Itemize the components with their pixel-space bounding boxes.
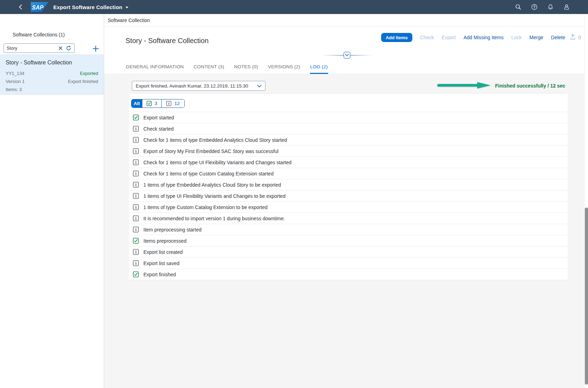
filter-info-button[interactable]: i 12	[161, 99, 184, 108]
tab[interactable]: LOG (2)	[310, 64, 328, 74]
chevron-down-icon	[257, 83, 262, 89]
info-icon: i	[133, 249, 139, 255]
log-row: i 1 items of type UI Flexibility Variant…	[129, 190, 568, 201]
action-button[interactable]: Add Missing Items	[464, 35, 503, 40]
info-icon: i	[133, 148, 139, 154]
collection-items-count: Items: 3	[6, 87, 22, 92]
info-filter-icon: i	[166, 101, 171, 106]
upload-icon	[569, 34, 576, 41]
svg-text:i: i	[135, 160, 137, 165]
svg-text:i: i	[135, 228, 137, 232]
success-icon	[133, 238, 139, 244]
log-row: i Check for 1 items of type UI Flexibili…	[129, 157, 568, 168]
back-icon[interactable]	[18, 4, 24, 10]
log-list: i Export started i Check started	[129, 112, 568, 280]
log-tab-content: Export finished, Avinash Kumar, 23.12.20…	[104, 74, 588, 388]
master-list-title: Software Collections (1)	[13, 32, 65, 37]
collection-id: YY1_134	[6, 71, 25, 76]
log-message: 1 items of type Custom Catalog Extension…	[143, 205, 268, 210]
master-list-panel: Software Collections (1) Story - Softwar…	[0, 14, 104, 388]
log-message: Check for 1 items of type UI Flexibility…	[143, 160, 291, 165]
log-message: Check started	[143, 126, 174, 132]
add-collection-icon[interactable]	[92, 45, 100, 53]
object-page-header: Add Items Check Export Add Missing Items…	[104, 27, 588, 74]
log-message: Check for 1 items of type Custom Catalog…	[143, 171, 273, 176]
log-message: Items preprocessed	[143, 238, 187, 244]
info-icon: i	[133, 260, 139, 266]
log-row: i 1 items of type Embedded Analytics Clo…	[129, 179, 568, 190]
log-row: i Item preprocessing started	[129, 224, 568, 235]
upload-count: 0	[578, 35, 581, 40]
filter-success-button[interactable]: 3	[142, 99, 161, 108]
log-filter-row: All 3 i 12	[129, 93, 568, 112]
log-list-panel: All 3 i 12	[129, 93, 568, 280]
person-icon[interactable]	[563, 4, 570, 10]
page-title: Story - Software Collection	[126, 37, 209, 45]
log-row: i Check started	[129, 123, 568, 134]
tab[interactable]: GENERAL INFORMATION	[126, 64, 184, 74]
info-icon: i	[133, 193, 139, 199]
info-icon: i	[133, 227, 139, 233]
log-result-text: Finished successfully / 12 sec	[495, 83, 565, 89]
svg-text:i: i	[135, 250, 137, 255]
clear-search-icon[interactable]	[58, 46, 63, 51]
tab-bar: GENERAL INFORMATION CONTENT (3) NOTES (0…	[126, 64, 328, 74]
log-row: i Items preprocessed	[129, 235, 568, 246]
vertical-scrollbar	[584, 14, 588, 388]
info-icon: i	[133, 126, 139, 132]
svg-text:i: i	[135, 194, 137, 199]
action-button[interactable]: Lock	[511, 35, 522, 40]
action-button[interactable]: Add Items	[381, 33, 412, 42]
success-icon	[133, 271, 139, 277]
log-row: i It is recommended to import version 1 …	[129, 213, 568, 224]
tab[interactable]: VERSIONS (2)	[268, 64, 300, 74]
log-row: i Check for 1 items of type Embedded Ana…	[129, 134, 568, 145]
action-button[interactable]: Merge	[529, 35, 543, 40]
help-icon[interactable]: ?	[531, 4, 538, 10]
log-message: Check for 1 items of type Embedded Analy…	[143, 137, 287, 143]
log-entry-select[interactable]: Export finished, Avinash Kumar, 23.12.20…	[132, 81, 265, 91]
collapse-header-button[interactable]	[344, 52, 350, 58]
shell-app-title[interactable]: Export Software Collection	[53, 0, 128, 14]
action-button[interactable]: Check	[420, 35, 434, 40]
tab[interactable]: CONTENT (3)	[193, 64, 224, 74]
svg-text:i: i	[135, 261, 137, 266]
title-dropdown-caret-icon	[126, 7, 128, 8]
svg-text:i: i	[135, 127, 137, 131]
app-window: SAP Export Software Collection ? Softwar…	[0, 0, 588, 388]
bell-icon[interactable]	[547, 4, 554, 10]
scrollbar-thumb[interactable]	[585, 208, 588, 384]
collection-title: Story - Software Collection	[6, 60, 72, 66]
log-message: It is recommended to import version 1 du…	[143, 216, 285, 221]
log-row: i Export list created	[129, 246, 568, 257]
action-button[interactable]: Delete	[551, 35, 565, 40]
svg-text:i: i	[135, 183, 137, 187]
log-message: 1 items of type Embedded Analytics Cloud…	[143, 182, 281, 188]
filter-all-button[interactable]: All	[131, 99, 142, 108]
log-row: i Export started	[129, 112, 568, 123]
collection-list-item-selected[interactable]: Story - Software Collection YY1_134 Expo…	[0, 54, 104, 95]
search-icon[interactable]	[515, 4, 521, 10]
info-icon: i	[133, 204, 139, 210]
sap-logo-text: SAP	[32, 5, 43, 11]
log-message: Export started	[143, 115, 174, 120]
log-row: i Export list saved	[129, 257, 568, 269]
collection-status-detail: Export finished	[68, 79, 98, 84]
info-count: 12	[174, 101, 180, 106]
success-icon	[133, 115, 139, 120]
tab[interactable]: NOTES (0)	[234, 64, 259, 74]
svg-text:i: i	[168, 102, 170, 105]
log-message: Item preprocessing started	[143, 227, 202, 233]
info-icon: i	[133, 171, 139, 176]
svg-text:i: i	[135, 205, 137, 210]
info-icon: i	[133, 159, 139, 165]
action-button[interactable]: Export	[441, 35, 455, 40]
refresh-icon[interactable]	[66, 45, 72, 51]
log-row: i Export finished	[129, 269, 568, 280]
log-row: i Export of Story My First Embedded SAC …	[129, 145, 568, 157]
log-row: i 1 items of type Custom Catalog Extensi…	[129, 201, 568, 213]
log-filter-segmented: All 3 i 12	[131, 99, 185, 108]
svg-text:i: i	[135, 138, 137, 143]
search-input[interactable]	[7, 44, 56, 53]
success-filter-icon	[147, 101, 152, 106]
